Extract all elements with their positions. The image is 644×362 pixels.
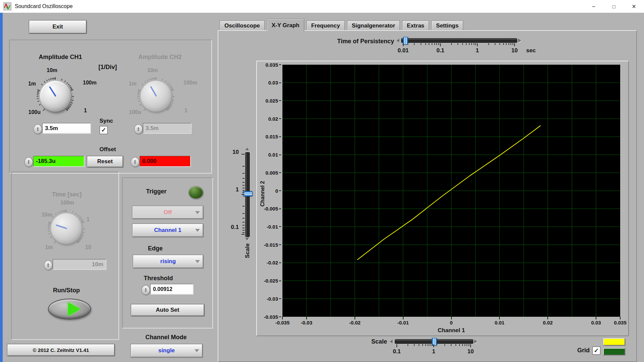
- offset-reset-button[interactable]: Reset: [87, 156, 123, 167]
- minimize-button[interactable]: –: [584, 0, 604, 13]
- slider-tick: [474, 43, 474, 45]
- threshold-value[interactable]: 0.00912: [150, 284, 193, 294]
- time-knob: [51, 213, 82, 244]
- amplitude-ch1-value[interactable]: 3.5m: [42, 123, 91, 133]
- slider-up-arrow-icon[interactable]: [245, 147, 249, 150]
- knob-tick-label: 10m: [144, 67, 161, 73]
- trigger-edge-value: rising: [160, 258, 176, 265]
- sync-checkbox[interactable]: ✓: [100, 126, 108, 134]
- slider-tick: [432, 43, 432, 45]
- knob-tick: [61, 210, 62, 212]
- y-scale-label: Scale: [244, 241, 251, 261]
- offset-ch1-value[interactable]: -185.3u: [33, 156, 84, 167]
- knob-tick: [57, 212, 59, 214]
- tab-oscilloscope[interactable]: Oscilloscope: [220, 20, 265, 31]
- maximize-button[interactable]: □: [604, 0, 624, 13]
- x-axis-tick: [282, 317, 283, 319]
- close-button[interactable]: ✕: [624, 0, 644, 13]
- knob-tick: [61, 79, 62, 80]
- knob-tick: [80, 238, 82, 239]
- ch2-color-swatch[interactable]: [603, 348, 625, 355]
- amplitude-ch2-knob[interactable]: [141, 81, 171, 112]
- slider-tick: [495, 43, 495, 45]
- knob-tick: [49, 233, 50, 234]
- knob-tick-label: 100u: [125, 109, 141, 115]
- ch1-color-swatch[interactable]: [603, 338, 625, 346]
- slider-tick: [470, 344, 471, 347]
- knob-tick: [137, 96, 139, 97]
- channel-mode-dropdown[interactable]: single: [130, 344, 203, 357]
- slider-right-arrow-icon[interactable]: [474, 340, 477, 344]
- run-stop-label: Run/Stop: [43, 287, 90, 294]
- slider-tick: [469, 344, 469, 346]
- knob-tick: [65, 210, 66, 212]
- knob-tick: [37, 96, 38, 97]
- knob-tick: [165, 80, 166, 82]
- title-bar: Soundcard Oszilloscope – □ ✕: [0, 0, 644, 13]
- slider-tick: [421, 43, 421, 45]
- tab-frequency[interactable]: Frequency: [307, 20, 345, 31]
- slider-tick: [243, 173, 245, 174]
- slider-tick: [466, 43, 467, 45]
- x-axis-tick-label: -0.01: [392, 320, 414, 325]
- slider-tick: [458, 43, 458, 45]
- slider-left-arrow-icon[interactable]: [390, 340, 393, 344]
- knob-tick: [48, 225, 50, 226]
- persistency-slider-track[interactable]: [401, 38, 517, 43]
- offset-ch1-spinner[interactable]: ▲ ▼: [24, 157, 33, 167]
- knob-tick: [142, 84, 144, 85]
- spinner-down-icon[interactable]: ▼: [28, 162, 30, 164]
- knob-tick: [66, 82, 68, 84]
- spinner-down-icon[interactable]: ▼: [145, 290, 147, 292]
- x-axis-tick: [547, 317, 548, 319]
- x-scale-slider-track[interactable]: [395, 339, 473, 344]
- trigger-source-dropdown[interactable]: Channel 1: [132, 224, 203, 237]
- sync-label: Sync: [93, 118, 120, 124]
- slider-tick: [432, 344, 432, 346]
- slider-down-arrow-icon[interactable]: [245, 238, 249, 241]
- run-stop-button[interactable]: [48, 299, 91, 319]
- y-axis-tick-label: 0.03: [268, 79, 281, 86]
- x-axis-tick: [451, 317, 452, 319]
- slider-tick: [422, 344, 423, 346]
- offset-ch2-spinner: ▲ ▼: [131, 157, 139, 167]
- tab-signalgenerator[interactable]: Signalgenerator: [347, 20, 400, 31]
- tab-x-y-graph[interactable]: X-Y Graph: [267, 19, 304, 32]
- knob-tick: [155, 78, 155, 79]
- grid-checkbox[interactable]: ✓: [592, 347, 600, 355]
- knob-tick: [72, 100, 73, 101]
- threshold-spinner[interactable]: ▲ ▼: [142, 285, 150, 295]
- knob-tick-label: 1m: [22, 81, 36, 87]
- slider-tick: [462, 344, 463, 346]
- xy-plot[interactable]: [282, 65, 620, 317]
- knob-tick: [138, 92, 140, 93]
- xy-graph-panel: 0.0350.030.0250.020.0150.010.0050-0.005-…: [256, 61, 629, 336]
- y-scale-slider-track[interactable]: [245, 152, 250, 237]
- y-axis-tick-label: 0.005: [265, 169, 281, 176]
- trigger-led: [189, 186, 203, 199]
- spinner-down-icon: ▼: [137, 129, 140, 131]
- y-axis-tick-label: -0.03: [267, 295, 281, 302]
- slider-tick: [414, 43, 415, 45]
- x-axis-tick-label: 0.035: [609, 320, 631, 325]
- slider-tick: [403, 43, 404, 46]
- spinner-down-icon[interactable]: ▼: [37, 129, 39, 131]
- slider-left-arrow-icon[interactable]: [396, 39, 399, 43]
- exit-button[interactable]: Exit: [29, 20, 87, 34]
- slider-right-arrow-icon[interactable]: [518, 39, 521, 43]
- tab-settings[interactable]: Settings: [431, 20, 463, 31]
- y-scale-tick-label: 0.1: [225, 224, 239, 231]
- knob-tick: [173, 96, 174, 97]
- amplitude-ch1-spinner[interactable]: ▲ ▼: [34, 124, 42, 134]
- trigger-edge-dropdown[interactable]: rising: [133, 255, 203, 268]
- amplitude-ch1-knob[interactable]: [40, 81, 71, 112]
- slider-tick: [243, 225, 245, 226]
- app-body: Exit Amplitude CH1 [1/Div] Amplitude CH2…: [0, 13, 644, 362]
- knob-tick: [46, 79, 48, 81]
- auto-set-button[interactable]: Auto Set: [131, 304, 204, 316]
- check-icon: ✓: [101, 126, 106, 134]
- tab-extras[interactable]: Extras: [402, 20, 429, 31]
- y-axis-title: Channel 2: [260, 178, 266, 209]
- y-axis-tick-label: 0.035: [265, 61, 281, 68]
- knob-needle: [150, 86, 157, 97]
